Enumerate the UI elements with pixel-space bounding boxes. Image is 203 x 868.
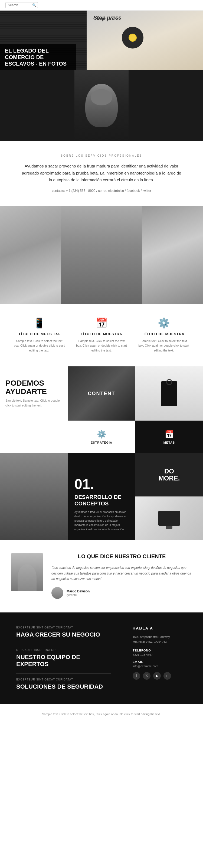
footer-cta-section: Excepteur sint Oecat cupidatat HAGA CREC… bbox=[0, 613, 203, 704]
testimonial-section: LO QUE DICE NUESTRO CLIENTE "Los coaches… bbox=[0, 540, 203, 613]
search-icon: 🔍 bbox=[32, 3, 36, 7]
strategy-icon: ⚙️ bbox=[97, 430, 106, 439]
nav-bar: 🔍 bbox=[0, 0, 203, 10]
hero-right-image: Stop press bbox=[87, 10, 203, 70]
hero-overlay: EL LEGADO DEL COMERCIO DE ESCLAVOS - EN … bbox=[0, 44, 76, 70]
feature-item-1: 📱 TÍTULO DE MUESTRA Sample text. Click t… bbox=[11, 315, 68, 356]
portrait-image bbox=[74, 70, 129, 141]
large-person-image bbox=[61, 206, 142, 304]
footer-contact-address: 1600 Amphitheatre Parkway, Mountain View… bbox=[133, 635, 187, 644]
help-empty-block bbox=[0, 421, 68, 453]
concepts-left-image bbox=[0, 453, 68, 540]
footer-right: HABLA A 1600 Amphitheatre Parkway, Mount… bbox=[133, 626, 187, 690]
hero-title: EL LEGADO DEL COMERCIO DE ESCLAVOS - EN … bbox=[5, 48, 71, 67]
goals-label: METAS bbox=[164, 441, 175, 444]
testimonial-author-block: Margo Dawson gerente bbox=[52, 587, 192, 599]
search-box[interactable]: 🔍 bbox=[5, 2, 38, 8]
author-name: Margo Dawson bbox=[67, 589, 90, 593]
bottom-sample-text: Sample text. Click to select the text bo… bbox=[11, 712, 192, 717]
feature-item-3: ⚙️ TÍTULO DE MUESTRA Sample text. Click … bbox=[135, 315, 192, 356]
youtube-icon[interactable]: ▶ bbox=[153, 672, 161, 680]
about-contact: contacto: + 1 (234) 567 - 8900 / correo … bbox=[22, 189, 181, 193]
help-laptop-image: CONTENT bbox=[68, 366, 135, 421]
feature-title-1: TÍTULO DE MUESTRA bbox=[13, 332, 65, 336]
lemon-plate bbox=[122, 27, 143, 49]
concepts-computer-image bbox=[135, 496, 203, 540]
help-main-title: PODEMOS AYUDARTE bbox=[5, 379, 62, 396]
feature-icon-2: 📅 bbox=[76, 317, 127, 329]
twitter-icon[interactable]: 𝕏 bbox=[143, 672, 150, 680]
footer-title2: NUESTRO EQUIPO DE EXPERTOS bbox=[16, 654, 111, 668]
feature-text-2: Sample text. Click to select the text bo… bbox=[76, 339, 127, 353]
feature-text-3: Sample text. Click to select the text bo… bbox=[138, 339, 190, 353]
content-label: CONTENT bbox=[88, 391, 115, 397]
concepts-right-block: DO MORE. bbox=[135, 453, 203, 540]
strategy-label: ESTRATEGIA bbox=[91, 441, 112, 444]
footer-divider1 bbox=[16, 644, 111, 644]
author-role: gerente bbox=[67, 593, 90, 596]
author-info: Margo Dawson gerente bbox=[67, 589, 90, 596]
footer-phone-label: TELÉFONO bbox=[133, 649, 187, 652]
hero-section: Stop press EL LEGADO DEL COMERCIO DE ESC… bbox=[0, 10, 203, 70]
avatar-figure bbox=[18, 564, 37, 591]
feature-item-2: 📅 TÍTULO DE MUESTRA Sample text. Click t… bbox=[73, 315, 130, 356]
about-text: Ayudamos a sacar provecho de la fruta ma… bbox=[22, 163, 181, 183]
bottom-text-section: Sample text. Click to select the text bo… bbox=[0, 704, 203, 725]
author-avatar bbox=[52, 587, 63, 599]
feature-title-3: TÍTULO DE MUESTRA bbox=[138, 332, 190, 336]
lemon-half bbox=[129, 34, 137, 42]
testimonial-avatar bbox=[11, 553, 43, 591]
footer-email-label: EMAIL bbox=[133, 660, 187, 663]
testimonial-content: LO QUE DICE NUESTRO CLIENTE "Los coaches… bbox=[52, 553, 192, 599]
footer-sub3: Excepteur sint Oecat cupidatat bbox=[16, 678, 111, 681]
feature-icon-3: ⚙️ bbox=[138, 317, 190, 329]
concepts-text: Ayudamos a traducir el propósito en acci… bbox=[74, 510, 129, 532]
concepts-title: DESARROLLO DE CONCEPTOS bbox=[74, 494, 129, 507]
stop-press-text: Stop press bbox=[93, 14, 121, 21]
footer-title3: SOLUCIONES DE SEGURIDAD bbox=[16, 683, 111, 690]
monitor-shape bbox=[158, 511, 180, 526]
social-icons-row: f 𝕏 ▶ ◻ bbox=[133, 672, 187, 680]
features-section: 📱 TÍTULO DE MUESTRA Sample text. Click t… bbox=[0, 304, 203, 367]
footer-email-value: info@example.com bbox=[133, 664, 187, 668]
help-section: PODEMOS AYUDARTE Sample text. Sample tex… bbox=[0, 366, 203, 453]
do-more-text: DO MORE. bbox=[159, 468, 180, 482]
search-input[interactable] bbox=[8, 3, 32, 7]
concepts-number: 01. bbox=[74, 477, 129, 491]
footer-title1: HAGA CRECER SU NEGOCIO bbox=[16, 631, 111, 638]
product-tag bbox=[161, 381, 177, 406]
about-section: SOBRE LOS SERVICIOS PROFESIONALES Ayudam… bbox=[0, 141, 203, 206]
large-image-section bbox=[0, 206, 203, 304]
concepts-do-more: DO MORE. bbox=[135, 453, 203, 496]
footer-left: Excepteur sint Oecat cupidatat HAGA CREC… bbox=[16, 626, 111, 690]
help-goals-block: 📅 METAS bbox=[135, 421, 203, 453]
instagram-icon[interactable]: ◻ bbox=[164, 672, 171, 680]
footer-contact-title: HABLA A bbox=[133, 626, 187, 630]
facebook-icon[interactable]: f bbox=[133, 672, 140, 680]
testimonial-quote: "Los coaches de negocios suelen ser empr… bbox=[52, 565, 192, 582]
feature-text-1: Sample text. Click to select the text bo… bbox=[13, 339, 65, 353]
goals-icon: 📅 bbox=[165, 430, 174, 439]
help-sample-text: Sample text. Sample text. Click to doubl… bbox=[5, 398, 62, 408]
concepts-section: 01. DESARROLLO DE CONCEPTOS Ayudamos a t… bbox=[0, 453, 203, 540]
help-strategy-block: ⚙️ ESTRATEGIA bbox=[68, 421, 135, 453]
about-label: SOBRE LOS SERVICIOS PROFESIONALES bbox=[22, 154, 181, 157]
help-product-image bbox=[135, 366, 203, 421]
feature-icon-1: 📱 bbox=[13, 317, 65, 329]
footer-sub2: Duis aute irure dolor bbox=[16, 649, 111, 651]
help-title-block: PODEMOS AYUDARTE Sample text. Sample tex… bbox=[0, 366, 68, 421]
footer-sub1: Excepteur sint Oecat cupidatat bbox=[16, 626, 111, 629]
portrait-section bbox=[0, 70, 203, 141]
testimonial-heading: LO QUE DICE NUESTRO CLIENTE bbox=[52, 553, 192, 560]
portrait-face bbox=[85, 84, 118, 127]
footer-phone-value: +321 123-4567 bbox=[133, 653, 187, 656]
concepts-content-block: 01. DESARROLLO DE CONCEPTOS Ayudamos a t… bbox=[68, 453, 135, 540]
feature-title-2: TÍTULO DE MUESTRA bbox=[76, 332, 127, 336]
